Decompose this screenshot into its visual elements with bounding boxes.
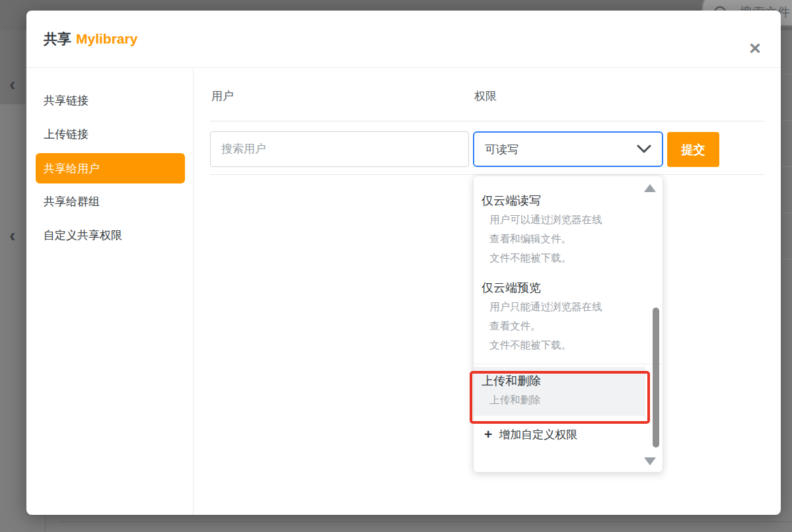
sidebar-item-share-to-group[interactable]: 共享给群组 (26, 185, 193, 218)
option-cloud-preview-only[interactable]: 仅云端预览 用户只能通过浏览器在线 查看文件。 文件不能被下载。 (474, 274, 663, 361)
chevron-left-icon[interactable]: ‹ (9, 75, 15, 94)
plus-icon: + (484, 426, 492, 442)
option-upload-and-delete[interactable]: 上传和删除 上传和删除 (474, 367, 645, 416)
page-title: 共享Mylibrary (44, 30, 137, 48)
share-to-user-panel: 用户 权限 可读写 提交 仅云端读写 用户可以通过浏览器在线 查看和编辑文件 (194, 69, 781, 515)
dialog-header: 共享Mylibrary × (26, 11, 781, 68)
backdrop-row-line (781, 166, 792, 167)
option-description-line: 文件不能被下载。 (482, 335, 655, 354)
dialog-title-library-name: Mylibrary (76, 31, 137, 46)
user-search-input[interactable] (210, 131, 469, 167)
backdrop-row-line (59, 521, 792, 522)
dialog-body: 共享链接 上传链接 共享给用户 共享给群组 自定义共享权限 用户 权限 可读写 … (26, 69, 781, 515)
column-header-user: 用户 (211, 88, 234, 104)
scroll-down-icon[interactable] (644, 457, 656, 465)
option-title: 仅云端读写 (482, 191, 655, 210)
sidebar-item-share-link[interactable]: 共享链接 (26, 84, 193, 117)
permission-option-list: 仅云端读写 用户可以通过浏览器在线 查看和编辑文件。 文件不能被下载。 仅云端预… (474, 176, 663, 442)
sidebar-item-upload-link[interactable]: 上传链接 (26, 117, 193, 151)
divider (210, 121, 765, 121)
close-button[interactable]: × (746, 40, 764, 57)
dialog-title-action: 共享 (44, 31, 71, 46)
add-custom-permission-item[interactable]: + 增加自定义权限 (474, 416, 663, 442)
add-custom-permission-label: 增加自定义权限 (499, 427, 577, 442)
chevron-left-icon[interactable]: ‹ (9, 226, 15, 245)
option-cloud-read-write[interactable]: 仅云端读写 用户可以通过浏览器在线 查看和编辑文件。 文件不能被下载。 (474, 187, 663, 274)
chevron-down-icon (637, 145, 651, 154)
permission-dropdown-menu: 仅云端读写 用户可以通过浏览器在线 查看和编辑文件。 文件不能被下载。 仅云端预… (473, 176, 663, 473)
scroll-up-icon[interactable] (644, 184, 656, 192)
backdrop-row-line (781, 213, 792, 213)
option-description-line: 上传和删除 (482, 390, 637, 409)
option-description-line: 文件不能被下载。 (482, 248, 655, 267)
option-description-line: 用户只能通过浏览器在线 (482, 297, 655, 316)
share-sidebar: 共享链接 上传链接 共享给用户 共享给群组 自定义共享权限 (26, 69, 194, 515)
share-dialog: 共享Mylibrary × 共享链接 上传链接 共享给用户 共享给群组 自定义共… (26, 11, 781, 515)
divider (474, 364, 663, 364)
option-title: 仅云端预览 (482, 279, 655, 297)
divider (210, 174, 765, 175)
backdrop-sidebar-border (45, 515, 46, 532)
submit-button[interactable]: 提交 (667, 132, 719, 167)
option-title: 上传和删除 (482, 372, 637, 390)
scrollbar-thumb[interactable] (653, 308, 659, 448)
sidebar-item-custom-permission[interactable]: 自定义共享权限 (26, 218, 193, 252)
option-description-line: 查看和编辑文件。 (482, 229, 655, 248)
option-description-line: 用户可以通过浏览器在线 (482, 210, 655, 229)
close-icon: × (749, 41, 761, 55)
column-header-permission: 权限 (474, 88, 497, 104)
backdrop-row-line (781, 259, 792, 259)
permission-select[interactable]: 可读写 (473, 131, 663, 167)
permission-select-value: 可读写 (485, 142, 519, 157)
option-description-line: 查看文件。 (482, 316, 655, 335)
backdrop-row-line (781, 120, 792, 121)
backdrop-row-line (781, 74, 792, 75)
sidebar-item-share-to-user[interactable]: 共享给用户 (36, 153, 185, 183)
